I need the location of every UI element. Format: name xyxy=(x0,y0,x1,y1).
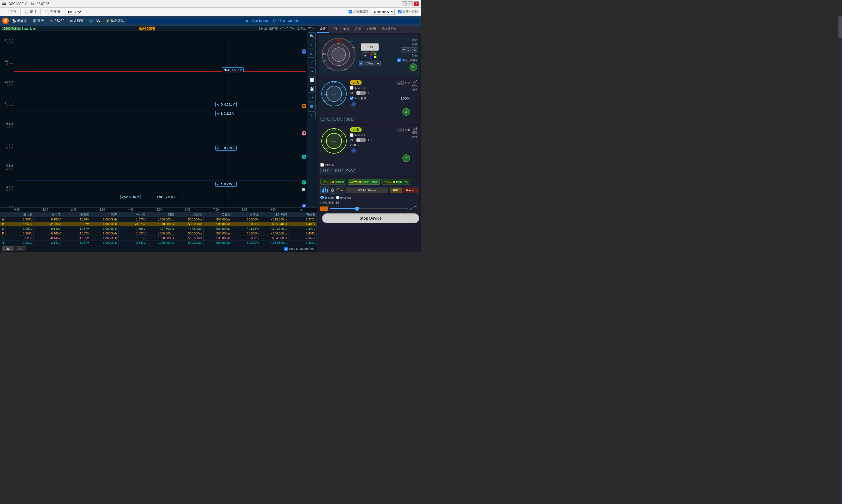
ch-a-knob[interactable]: ch: A 0.2V 0.5V 1V 2V 50mV 20mV xyxy=(320,80,348,108)
ch-b-refresh-button[interactable]: ↺ xyxy=(402,155,410,162)
wave-pat-3[interactable] xyxy=(344,117,356,122)
auto-measurement-check[interactable]: Auto Measurement xyxy=(284,247,314,251)
channels-select[interactable]: 6 channels 4 channels xyxy=(372,9,395,15)
close-button[interactable]: ✕ xyxy=(414,1,419,6)
cursor-t-button[interactable]: T xyxy=(308,111,315,119)
zoom-out-button[interactable]: F xyxy=(308,41,315,49)
wave-shape-3[interactable] xyxy=(345,168,357,174)
vertical-cursor[interactable] xyxy=(225,38,225,207)
id-select[interactable]: ID: 01 ID: 02 xyxy=(66,9,82,15)
gear-acq-icon[interactable]: ⚙ xyxy=(330,187,335,194)
tb2-single[interactable]: ⚡ 单次采集 xyxy=(103,18,126,24)
tb2-oscilloscope[interactable]: 📡 示波器 xyxy=(10,18,29,24)
stop-device-button[interactable]: Stop Device xyxy=(322,213,419,223)
sync-checkbox[interactable] xyxy=(348,10,352,14)
master-checkbox[interactable] xyxy=(398,10,401,14)
scope-canvas[interactable] xyxy=(0,31,317,207)
resize-h-button[interactable]: ↔ xyxy=(308,68,315,75)
ch-indicator-c: C xyxy=(302,180,306,184)
menu-histogram[interactable]: 📉 直方图 xyxy=(42,9,62,15)
histogram-wf-button[interactable]: 📊 xyxy=(308,76,315,84)
zoom-in-button[interactable]: 🔍 xyxy=(308,32,315,40)
dc-button[interactable]: DC xyxy=(2,246,14,251)
ch-indicator-5: 5 xyxy=(302,131,306,136)
ch-b-invert-checkbox[interactable] xyxy=(350,133,354,137)
wave-pat-2[interactable] xyxy=(332,117,343,122)
right-label-probe: 探头 xyxy=(412,88,418,92)
auto-meas-checkbox[interactable] xyxy=(284,247,288,251)
ch-a-invert-checkbox[interactable] xyxy=(350,86,354,90)
fir-button[interactable]: FIR xyxy=(390,187,402,193)
ch-b-coupling-toggle[interactable] xyxy=(356,138,366,142)
acq-highres-btn[interactable]: High-Res xyxy=(381,179,410,184)
histogram-acq-icon[interactable] xyxy=(320,186,328,194)
delay-select-left[interactable]: 2ms1ms xyxy=(401,48,417,53)
grid2-button[interactable]: ⊟ xyxy=(308,103,315,110)
reset-button[interactable]: Reset xyxy=(402,187,418,193)
ch-b-invert-cb2[interactable] xyxy=(320,163,324,167)
ac-button[interactable]: AC xyxy=(15,246,26,251)
master-checkbox-label[interactable]: 跟随主控制 xyxy=(398,10,418,14)
refresh-button[interactable]: ↺ xyxy=(410,64,417,71)
tb2-rs232[interactable]: 🔌 RS232 xyxy=(47,18,67,23)
right-label-trigger: 触发 xyxy=(412,84,418,88)
grid-button[interactable]: ⊞ xyxy=(308,50,315,58)
auto-button[interactable]: 自动 xyxy=(361,43,379,51)
sine-radio[interactable] xyxy=(320,196,324,199)
wave-shape-2[interactable] xyxy=(333,168,344,174)
app-title: OSCA02E Version 22.07.05 xyxy=(8,2,49,6)
ch-a-refresh-button[interactable]: ↺ xyxy=(402,108,410,116)
restore-button[interactable]: □ xyxy=(408,1,413,6)
ch-a-horiz[interactable]: 水平基线 2.000V xyxy=(350,96,410,101)
tab-compare[interactable]: 对比图 xyxy=(364,26,379,33)
vert-divider-checkbox[interactable] xyxy=(397,58,401,62)
wave-shape-1[interactable] xyxy=(320,168,332,174)
wave-button[interactable]: 〜 xyxy=(308,94,315,102)
svg-text:2V: 2V xyxy=(340,100,342,102)
sync-checkbox-label[interactable]: 示波器级联 xyxy=(348,10,368,14)
tab-sync[interactable]: 示波器级联 xyxy=(379,26,400,33)
wave-pat-1[interactable] xyxy=(320,117,331,122)
acq-peak-btn[interactable]: Peak-Detect xyxy=(348,179,380,184)
sine-radio-label[interactable]: Sine xyxy=(320,196,334,199)
time-label-5: 5.00 xyxy=(156,208,162,211)
menu-stats[interactable]: 📊 统计 xyxy=(22,9,39,15)
ch-b-badge: chB xyxy=(350,127,362,132)
tab-advanced[interactable]: 高级 xyxy=(353,26,364,33)
tb2-lan[interactable]: 🌐 LAN xyxy=(87,18,102,23)
tab-settings[interactable]: 设置 xyxy=(317,26,329,33)
save-wf-button[interactable]: 💾 xyxy=(308,85,315,93)
tb2-multichannel[interactable]: ⊞ 多通道 xyxy=(68,18,86,24)
row-b-neg: 500.000us xyxy=(204,222,232,226)
svg-text:0.5V: 0.5V xyxy=(340,134,343,136)
ch-a-horiz-checkbox[interactable] xyxy=(350,96,354,100)
acq-normal-btn[interactable]: Normal xyxy=(320,179,346,184)
expand-button[interactable]: ⤢ xyxy=(308,59,315,66)
header-pos: 正脉宽 xyxy=(175,212,204,217)
time-knob[interactable]: Time 25us 1us 0.2us 10us 0.1ms 0.2ms 1ms… xyxy=(321,37,357,72)
svg-text:2.5us: 2.5us xyxy=(349,62,354,65)
ch-b-knob[interactable]: ch: B 0.2V 0.5V 1V 2V 50mV 20mV xyxy=(320,127,348,155)
ch-b-invert[interactable]: INVERT xyxy=(350,133,410,137)
ch-a-invert[interactable]: INVERT xyxy=(350,86,410,90)
vert-divider-check[interactable]: 番直分辨线 xyxy=(397,58,417,62)
color-grid-icon[interactable] xyxy=(370,52,377,59)
linear-radio[interactable] xyxy=(336,196,340,199)
header-neg: 负脉宽 xyxy=(204,212,232,217)
pwm-pulse-btn[interactable]: PWM | Pulse xyxy=(346,187,388,193)
tab-decode[interactable]: 解码 xyxy=(341,26,353,33)
ch-b-invert-checkbox-row[interactable]: INVERT xyxy=(320,163,418,167)
linear-radio-label[interactable]: Linear xyxy=(336,196,352,199)
tab-extend[interactable]: 扩展 xyxy=(329,26,341,33)
title-bar: 📟 OSCA02E Version 22.07.05 — □ ✕ xyxy=(0,0,421,8)
minimize-button[interactable]: — xyxy=(402,1,407,6)
row-b-id: B xyxy=(0,222,5,226)
time-label-7: 7.00 xyxy=(213,208,219,211)
rate-slider[interactable] xyxy=(330,208,408,209)
time-select[interactable]: 50ns100ns1us10us xyxy=(364,60,381,66)
ch-a-coupling-toggle[interactable] xyxy=(356,91,366,95)
wave-acq-icon[interactable] xyxy=(336,186,344,194)
tb2-advanced[interactable]: ⚙️ 高级 xyxy=(30,18,46,24)
menu-file[interactable]: 📄 文件 xyxy=(2,9,19,15)
row-6-pp: 4.067V xyxy=(62,240,90,245)
